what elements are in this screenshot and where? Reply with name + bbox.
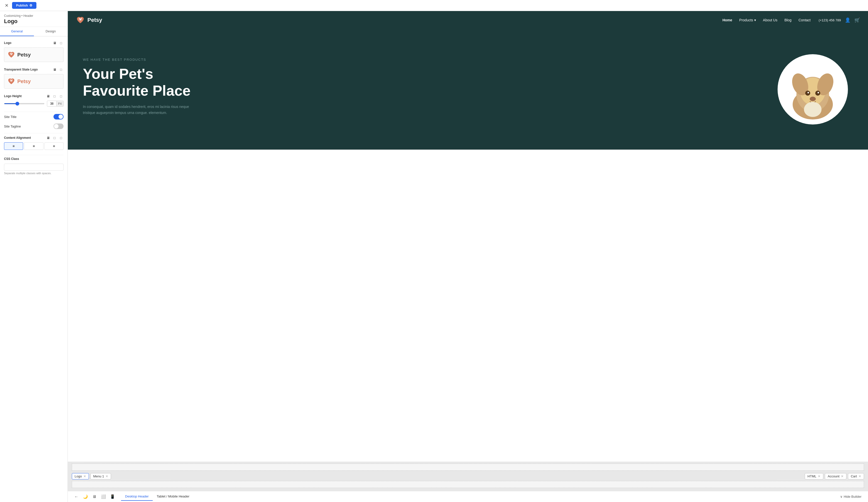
tab-desktop-header[interactable]: Desktop Header [121,492,153,501]
dark-mode-icon[interactable]: 🌙 [81,492,90,501]
transparent-logo-text: Petsy [17,79,31,84]
builder-block-account-close[interactable]: ✕ [841,475,844,478]
alignment-row: ≡ ≡ ≡ [4,142,63,150]
logo-height-slider[interactable] [4,103,44,104]
builder-block-html-close[interactable]: ✕ [818,475,820,478]
svg-point-5 [12,80,12,80]
nav-about[interactable]: About Us [763,18,778,22]
sidebar-title: Logo [4,18,63,24]
site-header: Petsy Home Products ▾ About Us Blog Cont… [68,11,868,29]
logo-height-section: Logo Height 🖥 □ □ 38 PX [4,94,63,107]
svg-point-2 [12,53,12,54]
site-title-row: Site Title [4,114,63,119]
svg-point-8 [81,18,82,19]
logo-height-value-box: 38 PX [47,101,63,107]
close-button[interactable]: ✕ [3,2,10,9]
logo-height-label: Logo Height 🖥 □ □ [4,94,63,98]
nav-home[interactable]: Home [722,18,732,22]
logo-heart-icon [7,51,15,59]
builder-block-menu1[interactable]: Menu 1 ✕ [90,473,111,479]
cart-icon[interactable]: 🛒 [855,17,860,23]
tablet-icon-3[interactable]: □ [52,94,57,98]
dropdown-icon: ▾ [754,18,756,22]
desktop-icon[interactable]: 🖥 [90,492,99,501]
sidebar-tabs: General Design [0,27,68,36]
logo-section: Logo 🖥 □ Petsy [4,40,63,62]
monitor-icon-3[interactable]: 🖥 [45,94,51,98]
logo-icons: 🖥 □ [52,40,63,45]
builder-block-menu1-label: Menu 1 [93,474,104,478]
transparent-logo-icon [7,77,15,85]
builder-block-cart[interactable]: Cart ✕ [848,473,864,479]
logo-text: Petsy [17,52,31,58]
hide-builder-label: Hide Builder [844,495,861,499]
gear-icon: ⚙ [29,3,32,7]
logo-preview[interactable]: Petsy [4,48,63,62]
builder-area: Logo ✕ Menu 1 ✕ HTML ✕ Account ✕ Cart [68,462,868,491]
hero-section: WE HAVE THE BEST PRODUCTS Your Pet's Fav… [68,29,868,149]
mobile-icon-4[interactable]: □ [59,135,63,140]
logo-height-input[interactable]: 38 [47,101,56,106]
css-class-input[interactable] [4,164,63,171]
site-logo: Petsy [76,15,102,24]
back-icon[interactable]: ← [72,492,81,501]
hero-title-line1: Your Pet's [83,65,153,82]
logo-height-slider-row: 38 PX [4,101,63,107]
hero-title-line2: Favourite Place [83,82,190,98]
svg-point-18 [810,97,816,101]
nav-blog[interactable]: Blog [784,18,792,22]
tab-general[interactable]: General [0,27,34,36]
tab-tablet-mobile-header[interactable]: Tablet / Mobile Header [153,492,193,501]
content-alignment-icons: 🖥 □ □ [45,135,63,140]
builder-block-account-label: Account [828,474,839,478]
align-left-button[interactable]: ≡ [4,142,23,150]
sidebar-content: Logo 🖥 □ Petsy [0,36,68,502]
tablet-icon-2[interactable]: □ [59,67,63,72]
css-class-hint: Separate multiple classes with spaces. [4,172,63,175]
tablet-icon-4[interactable]: □ [52,135,57,140]
site-tagline-row: Site Tagline [4,124,63,129]
publish-button[interactable]: Publish ⚙ [12,2,37,9]
account-icon[interactable]: 👤 [845,17,850,23]
preview-area: Petsy Home Products ▾ About Us Blog Cont… [68,11,868,502]
logo-section-label: Logo 🖥 □ [4,40,63,45]
builder-block-logo[interactable]: Logo ✕ [72,473,89,479]
transparent-logo-preview[interactable]: Petsy [4,74,63,88]
builder-block-cart-close[interactable]: ✕ [858,475,861,478]
builder-block-html[interactable]: HTML ✕ [805,473,823,479]
site-title-toggle[interactable] [53,114,63,119]
builder-block-menu1-close[interactable]: ✕ [105,475,108,478]
svg-point-17 [817,92,819,93]
divider-3 [4,155,63,155]
tablet-view-icon[interactable]: ⬜ [99,492,108,501]
phone-number: (+123) 456 789 [818,18,841,22]
monitor-icon-2[interactable]: 🖥 [52,67,57,72]
hero-description: In consequat, quam id sodales hendrerit,… [83,104,198,116]
nav-contact[interactable]: Contact [798,18,810,22]
mobile-icon-3[interactable]: □ [59,94,63,98]
site-tagline-toggle[interactable] [53,124,63,129]
svg-point-19 [804,102,822,117]
align-right-button[interactable]: ≡ [44,142,63,150]
css-class-label: CSS Class [4,157,63,161]
nav-products[interactable]: Products ▾ [739,18,756,22]
monitor-icon[interactable]: 🖥 [52,40,57,45]
top-bar: ✕ Publish ⚙ [0,0,868,11]
tablet-icon[interactable]: □ [59,40,63,45]
svg-point-4 [10,80,11,80]
tab-design[interactable]: Design [34,27,68,36]
hide-builder-button[interactable]: ∨ Hide Builder [838,493,864,500]
builder-block-account[interactable]: Account ✕ [825,473,846,479]
sidebar-header: Customizing • Header Logo [0,11,68,27]
site-logo-text: Petsy [87,17,102,23]
mobile-view-icon[interactable]: 📱 [108,492,117,501]
builder-block-logo-close[interactable]: ✕ [83,475,86,478]
transparent-logo-icons: 🖥 □ [52,67,63,72]
main-layout: Customizing • Header Logo General Design… [0,11,868,502]
hero-content: WE HAVE THE BEST PRODUCTS Your Pet's Fav… [83,58,229,116]
monitor-icon-4[interactable]: 🖥 [45,135,51,140]
bottom-bar-right: ∨ Hide Builder [838,493,864,500]
content-alignment-section: Content Alignment 🖥 □ □ ≡ ≡ ≡ [4,135,63,150]
align-center-button[interactable]: ≡ [24,142,43,150]
logo-height-unit: PX [56,101,63,106]
